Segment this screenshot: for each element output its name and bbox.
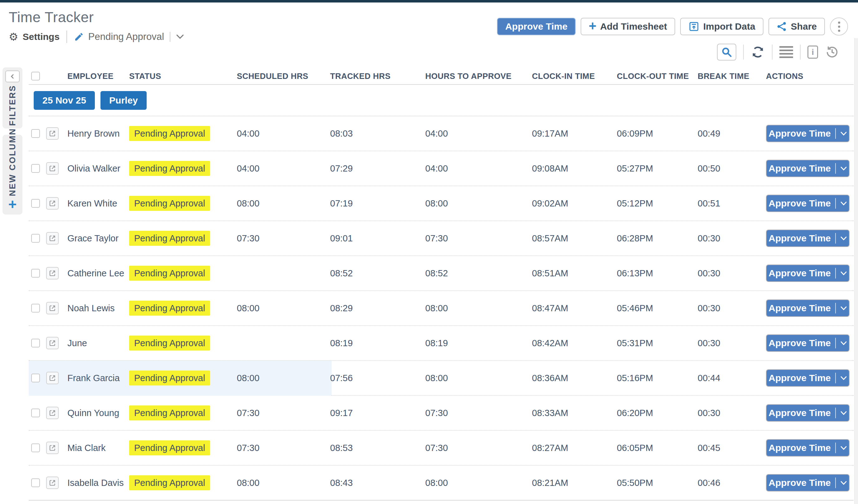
import-data-button[interactable]: Import Data — [680, 18, 763, 35]
row-checkbox[interactable] — [31, 443, 40, 452]
scrollbar-track[interactable] — [854, 38, 858, 504]
employee-name: Noah Lewis — [67, 303, 129, 313]
break-time-value: 00:46 — [698, 478, 766, 488]
row-checkbox[interactable] — [31, 339, 40, 347]
hours-to-approve-value: 08:00 — [425, 373, 532, 383]
row-checkbox[interactable] — [31, 269, 40, 278]
chevron-down-icon[interactable] — [840, 446, 847, 450]
row-checkbox[interactable] — [31, 409, 40, 417]
open-record-icon[interactable] — [46, 372, 59, 384]
divider — [835, 477, 836, 488]
clock-out-value: 05:50PM — [617, 478, 698, 488]
status-badge: Pending Approval — [129, 300, 210, 315]
approve-time-split-button[interactable]: Approve Time — [766, 195, 849, 212]
column-header-employee[interactable]: EMPLOYEE — [67, 71, 129, 81]
break-time-value: 00:30 — [698, 338, 766, 348]
open-record-icon[interactable] — [46, 127, 59, 140]
share-button[interactable]: Share — [768, 18, 825, 35]
approve-time-split-button[interactable]: Approve Time — [766, 160, 849, 177]
open-record-icon[interactable] — [46, 267, 59, 279]
new-column-tab-label: NEW COLUMN — [8, 128, 17, 196]
column-header-clock-in-time[interactable]: CLOCK-IN TIME — [532, 71, 617, 81]
open-record-icon[interactable] — [46, 302, 59, 314]
chevron-down-icon[interactable] — [840, 306, 847, 311]
approve-time-split-button[interactable]: Approve Time — [766, 299, 849, 317]
view-selector-label[interactable]: Pending Approval — [88, 31, 164, 43]
approve-time-label: Approve Time — [768, 128, 831, 139]
row-checkbox[interactable] — [31, 374, 40, 383]
clock-out-value: 05:46PM — [617, 303, 698, 313]
column-header-break-time[interactable]: BREAK TIME — [698, 71, 766, 81]
open-record-icon[interactable] — [46, 232, 59, 245]
approve-time-split-button[interactable]: Approve Time — [766, 230, 849, 247]
chevron-down-icon[interactable] — [840, 201, 847, 206]
column-header-tracked-hrs[interactable]: TRACKED HRS — [330, 71, 425, 81]
select-all-checkbox[interactable] — [31, 72, 40, 80]
tracked-hrs-value: 09:01 — [330, 233, 425, 244]
tracked-hrs-value: 08:03 — [330, 129, 425, 139]
collapse-chevron-icon[interactable] — [5, 70, 20, 82]
approve-time-split-button[interactable]: Approve Time — [766, 264, 849, 282]
table-row: Olivia Walker Pending Approval 04:00 07:… — [29, 151, 854, 186]
column-header-scheduled-hrs[interactable]: SCHEDULED HRS — [237, 71, 330, 81]
more-options-button[interactable] — [830, 17, 848, 35]
row-checkbox[interactable] — [31, 304, 40, 312]
row-checkbox[interactable] — [31, 234, 40, 243]
approve-time-label: Approve Time — [768, 477, 831, 488]
top-accent-bar — [0, 0, 858, 2]
timesheet-table: EMPLOYEE STATUS SCHEDULED HRS TRACKED HR… — [29, 68, 854, 501]
chevron-down-icon[interactable] — [840, 341, 847, 345]
search-icon[interactable] — [717, 44, 736, 61]
history-icon[interactable] — [825, 45, 839, 59]
settings-link[interactable]: Settings — [22, 32, 59, 42]
open-record-icon[interactable] — [46, 337, 59, 349]
approve-time-split-button[interactable]: Approve Time — [766, 125, 849, 142]
chevron-down-icon[interactable] — [840, 411, 847, 416]
chevron-down-icon[interactable] — [840, 236, 847, 241]
hours-to-approve-value: 08:00 — [425, 478, 532, 488]
chevron-down-icon[interactable] — [176, 34, 184, 39]
open-record-icon[interactable] — [46, 407, 59, 419]
menu-icon[interactable] — [779, 46, 793, 58]
row-checkbox[interactable] — [31, 164, 40, 173]
hours-to-approve-value: 08:00 — [425, 303, 532, 313]
approve-time-split-button[interactable]: Approve Time — [766, 334, 849, 352]
column-header-hours-to-approve[interactable]: HOURS TO APPROVE — [425, 71, 532, 81]
chevron-down-icon[interactable] — [840, 376, 847, 380]
info-icon[interactable]: i — [808, 46, 818, 59]
break-time-value: 00:44 — [698, 373, 766, 383]
clock-in-value: 08:33AM — [532, 408, 617, 418]
approve-time-split-button[interactable]: Approve Time — [766, 404, 849, 422]
approve-time-split-button[interactable]: Approve Time — [766, 369, 849, 387]
divider — [835, 128, 836, 139]
break-time-value: 00:50 — [698, 163, 766, 174]
clock-out-value: 05:27PM — [617, 163, 698, 174]
row-checkbox[interactable] — [31, 129, 40, 138]
plus-icon: + — [589, 20, 597, 31]
approve-time-split-button[interactable]: Approve Time — [766, 439, 849, 457]
open-record-icon[interactable] — [46, 197, 59, 210]
column-header-clock-out-time[interactable]: CLOCK-OUT TIME — [617, 71, 698, 81]
add-timesheet-button[interactable]: + Add Timesheet — [581, 18, 675, 35]
open-record-icon[interactable] — [46, 162, 59, 175]
chevron-down-icon[interactable] — [840, 131, 847, 136]
approve-time-label: Approve Time — [768, 163, 831, 174]
chevron-down-icon[interactable] — [840, 481, 847, 485]
filter-chip-date[interactable]: 25 Nov 25 — [34, 91, 95, 110]
new-column-tab[interactable]: NEW COLUMN + — [2, 135, 22, 215]
chevron-down-icon[interactable] — [840, 166, 847, 171]
row-checkbox[interactable] — [31, 199, 40, 208]
column-header-status[interactable]: STATUS — [129, 71, 237, 81]
approve-time-button[interactable]: Approve Time — [497, 18, 576, 35]
filters-panel-tab[interactable]: FILTERS — [2, 67, 22, 129]
filter-chip-location[interactable]: Purley — [100, 91, 147, 110]
approve-time-split-button[interactable]: Approve Time — [766, 474, 849, 491]
open-record-icon[interactable] — [46, 476, 59, 489]
approve-time-label: Approve Time — [768, 303, 831, 313]
status-badge: Pending Approval — [129, 126, 210, 141]
refresh-icon[interactable] — [751, 45, 765, 59]
row-checkbox[interactable] — [31, 478, 40, 487]
chevron-down-icon[interactable] — [840, 271, 847, 276]
pencil-icon — [74, 32, 84, 42]
open-record-icon[interactable] — [46, 442, 59, 454]
